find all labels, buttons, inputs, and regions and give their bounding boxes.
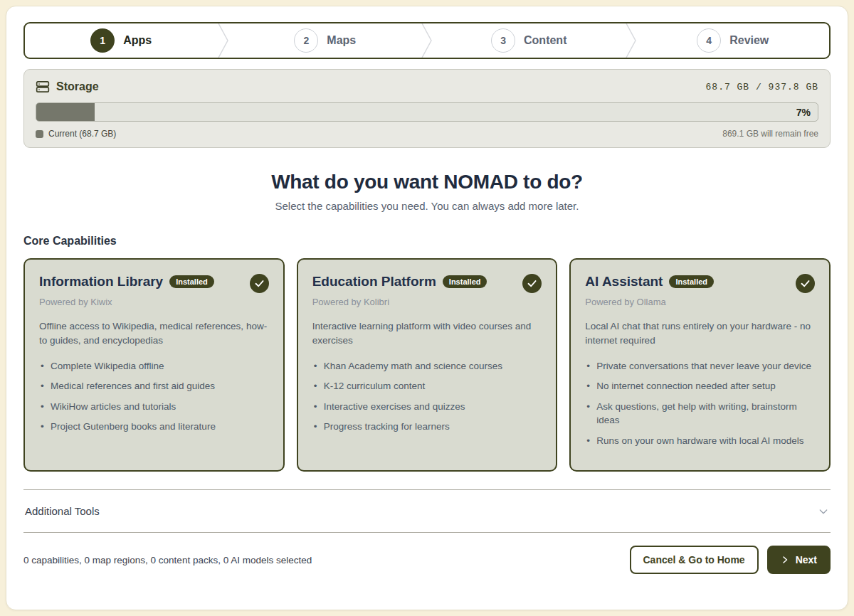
step-apps-label: Apps: [123, 34, 152, 47]
check-circle-icon: [522, 274, 542, 293]
storage-progress-bar: 7%: [36, 102, 818, 122]
card-description: Offline access to Wikipedia, medical ref…: [39, 319, 269, 349]
step-separator-icon: [421, 23, 433, 58]
step-apps-number: 1: [90, 28, 115, 53]
feature-item: Interactive exercises and quizzes: [312, 400, 542, 414]
feature-item: K-12 curriculum content: [312, 379, 542, 393]
additional-tools-toggle[interactable]: Additional Tools: [23, 490, 831, 532]
next-button[interactable]: Next: [767, 546, 831, 574]
feature-item: Private conversations that never leave y…: [585, 359, 815, 373]
legend-current-swatch: [36, 130, 43, 138]
step-content[interactable]: 3 Content: [433, 23, 626, 58]
feature-item: Ask questions, get help with writing, br…: [585, 400, 815, 428]
page-title: What do you want NOMAD to do?: [23, 171, 831, 193]
feature-item: Khan Academy math and science courses: [312, 359, 542, 373]
feature-item: Complete Wikipedia offline: [39, 359, 269, 373]
feature-item: Project Gutenberg books and literature: [39, 420, 269, 434]
card-description: Local AI chat that runs entirely on your…: [585, 319, 815, 349]
installed-badge: Installed: [169, 275, 214, 288]
legend-current-label: Current (68.7 GB): [48, 129, 116, 139]
powered-by: Powered by Kiwix: [39, 297, 269, 307]
page-subtitle: Select the capabilities you need. You ca…: [23, 200, 831, 212]
step-review[interactable]: 4 Review: [637, 23, 830, 58]
chevron-down-icon: [818, 506, 829, 517]
step-content-label: Content: [524, 34, 566, 47]
card-title: Education Platform: [312, 274, 436, 290]
wizard-stepper: 1 Apps 2 Maps 3 Content 4 Review: [23, 22, 831, 59]
storage-panel: Storage 68.7 GB / 937.8 GB 7% Current (6…: [23, 69, 831, 148]
core-capabilities-label: Core Capabilities: [23, 235, 831, 248]
storage-icon: [36, 80, 50, 94]
storage-progress-fill: [36, 103, 95, 121]
wizard-panel: 1 Apps 2 Maps 3 Content 4 Review: [6, 6, 848, 610]
storage-title: Storage: [56, 80, 99, 93]
card-education-platform[interactable]: Education Platform Installed Powered by …: [297, 258, 558, 472]
step-separator-icon: [626, 23, 637, 58]
additional-tools-label: Additional Tools: [25, 505, 100, 517]
step-content-number: 3: [491, 28, 515, 53]
card-ai-assistant[interactable]: AI Assistant Installed Powered by Ollama…: [569, 258, 831, 472]
storage-usage: 68.7 GB / 937.8 GB: [706, 82, 818, 92]
powered-by: Powered by Ollama: [585, 297, 815, 307]
step-maps-label: Maps: [327, 34, 356, 47]
feature-item: WikiHow articles and tutorials: [39, 400, 269, 414]
step-maps[interactable]: 2 Maps: [229, 23, 422, 58]
step-review-label: Review: [729, 34, 769, 47]
step-apps[interactable]: 1 Apps: [25, 23, 218, 58]
step-maps-number: 2: [294, 28, 318, 53]
powered-by: Powered by Kolibri: [312, 297, 542, 307]
feature-list: Complete Wikipedia offline Medical refer…: [39, 359, 269, 434]
feature-list: Khan Academy math and science courses K-…: [312, 359, 542, 434]
cancel-button[interactable]: Cancel & Go to Home: [630, 546, 759, 574]
feature-item: Runs on your own hardware with local AI …: [585, 434, 815, 448]
storage-percent: 7%: [796, 103, 811, 121]
step-separator-icon: [218, 23, 229, 58]
feature-item: Medical references and first aid guides: [39, 379, 269, 393]
feature-item: Progress tracking for learners: [312, 420, 542, 434]
selection-summary: 0 capabilities, 0 map regions, 0 content…: [23, 555, 312, 565]
capability-cards: Information Library Installed Powered by…: [23, 258, 831, 472]
feature-item: No internet connection needed after setu…: [585, 379, 815, 393]
card-title: Information Library: [39, 274, 163, 290]
feature-list: Private conversations that never leave y…: [585, 359, 815, 448]
check-circle-icon: [796, 274, 815, 293]
step-review-number: 4: [697, 28, 721, 53]
chevron-right-icon: [781, 556, 789, 564]
card-title: AI Assistant: [585, 274, 663, 290]
installed-badge: Installed: [669, 275, 714, 288]
card-information-library[interactable]: Information Library Installed Powered by…: [23, 258, 285, 472]
check-circle-icon: [250, 274, 269, 293]
storage-remaining: 869.1 GB will remain free: [722, 129, 818, 139]
installed-badge: Installed: [443, 275, 487, 288]
card-description: Interactive learning platform with video…: [312, 319, 542, 349]
